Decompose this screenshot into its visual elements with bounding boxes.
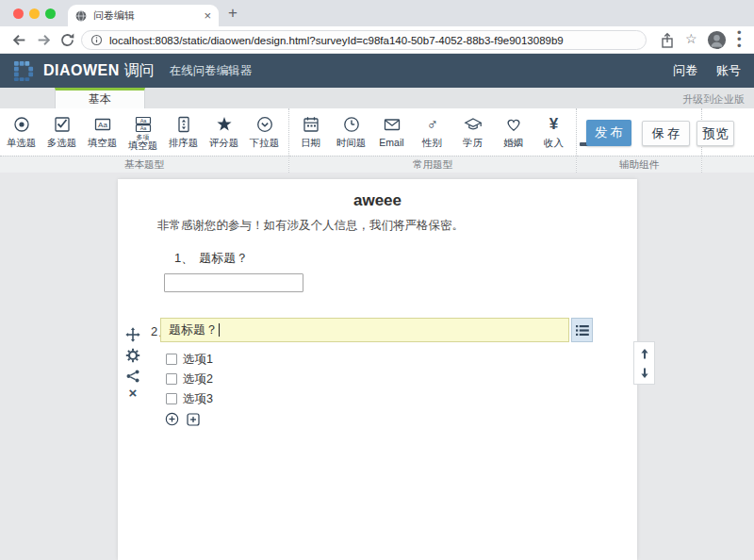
editor-main-area: aweee 非常感谢您的参与！如有涉及个人信息，我们将严格保密。 1、题标题？ (0, 173, 754, 560)
sort-icon (174, 115, 193, 134)
question-settings-gear-icon[interactable] (125, 348, 140, 363)
delete-question-icon[interactable]: × (125, 387, 140, 402)
star-icon (215, 115, 234, 134)
move-question-icon[interactable] (125, 327, 140, 342)
tool-dropdown-question[interactable]: 下拉题 (244, 110, 285, 154)
option-checkbox[interactable] (166, 354, 177, 365)
question2-title-editor[interactable]: 题标题？ (160, 318, 569, 342)
svg-text:Aa: Aa (139, 118, 147, 124)
question-type-toolbar: 单选题 多选题 Aa 填空题 (0, 108, 754, 173)
forward-icon[interactable] (36, 32, 52, 48)
editor-tab-strip: 基本 升级到企业版 (0, 88, 754, 108)
dropdown-icon (255, 115, 274, 134)
browser-tab-strip: 问卷编辑 × + (0, 0, 754, 26)
option-checkbox[interactable] (166, 393, 177, 404)
option-label[interactable]: 选项2 (183, 371, 213, 387)
question1-title-row[interactable]: 1、题标题？ (174, 250, 248, 267)
option-label[interactable]: 选项3 (183, 391, 213, 407)
close-window-button[interactable] (13, 8, 24, 19)
nav-account-link[interactable]: 账号 (716, 62, 741, 79)
tab-title: 问卷编辑 (93, 8, 204, 23)
envelope-icon (383, 115, 402, 134)
list-icon (576, 324, 589, 337)
app-subtitle: 在线问卷编辑器 (170, 63, 253, 79)
url-bar[interactable]: localhost:8083/static/diaowen/design.htm… (81, 30, 647, 50)
profile-avatar[interactable] (707, 30, 727, 50)
new-tab-button[interactable]: + (228, 4, 238, 23)
svg-text:Aa: Aa (139, 125, 147, 131)
tool-education-question[interactable]: 学历 (452, 110, 493, 154)
question1-title: 题标题？ (199, 251, 248, 265)
fill-blank-icon: Aa (93, 115, 112, 134)
tool-email-question[interactable]: Email (371, 110, 412, 154)
publish-button[interactable]: 发布 (586, 120, 631, 146)
brand-name: DIAOWEN (43, 62, 120, 79)
tool-checkbox-question[interactable]: 多选题 (41, 110, 82, 154)
upgrade-enterprise-link[interactable]: 升级到企业版 (682, 92, 745, 107)
move-question-down-button[interactable] (639, 366, 650, 379)
question1-number: 1、 (174, 251, 193, 265)
question2-option-row: 选项1 (166, 353, 213, 366)
question2-option-row: 选项3 (166, 392, 213, 405)
tool-date-question[interactable]: 日期 (290, 110, 331, 154)
brand-name-cn: 调问 (124, 61, 155, 81)
browser-window: 问卷编辑 × + localhost:8083/static/diaowen/d… (0, 0, 754, 560)
section-label-common: 常用题型 (289, 156, 576, 173)
question2-title: 题标题？ (169, 321, 218, 338)
share-icon[interactable] (660, 32, 675, 49)
tool-time-question[interactable]: 时间题 (331, 110, 371, 154)
graduation-cap-icon (464, 115, 483, 134)
arrow-down-icon (639, 367, 650, 379)
option-checkbox[interactable] (166, 373, 177, 385)
svg-text:Aa: Aa (98, 121, 107, 129)
tool-radio-question[interactable]: 单选题 (1, 110, 41, 154)
question-reorder-panel (633, 341, 655, 385)
globe-favicon-icon (75, 10, 87, 22)
question2-options-menu-button[interactable] (571, 318, 593, 342)
survey-title[interactable]: aweee (118, 191, 637, 210)
tool-marriage-question[interactable]: 婚姻 (493, 110, 533, 154)
survey-canvas: aweee 非常感谢您的参与！如有涉及个人信息，我们将严格保密。 1、题标题？ (118, 179, 637, 560)
section-label-basic: 基本题型 (0, 156, 288, 173)
preview-button[interactable]: 预览 (697, 121, 734, 146)
option-label[interactable]: 选项1 (183, 352, 213, 368)
checkbox-icon (53, 115, 72, 134)
reload-icon[interactable] (59, 32, 75, 48)
bookmark-star-icon[interactable]: ☆ (685, 31, 697, 46)
save-button[interactable]: 保存 (642, 121, 690, 146)
batch-add-option-button[interactable] (187, 413, 200, 426)
tab-basic[interactable]: 基本 (55, 88, 145, 108)
diaowen-logo (13, 60, 35, 82)
yuan-icon: ¥ (549, 115, 558, 134)
text-caret (219, 323, 220, 337)
tool-multi-fill-blank-question[interactable]: Aa Aa 多项 填空题 (123, 110, 163, 154)
browser-navbar: localhost:8083/static/diaowen/design.htm… (0, 26, 754, 54)
info-icon[interactable] (90, 34, 103, 46)
back-icon[interactable] (11, 32, 27, 48)
tool-income-question[interactable]: ¥ 收入 (533, 110, 574, 154)
question-logic-share-icon[interactable] (125, 369, 140, 384)
browser-menu-icon[interactable]: ••• (737, 29, 741, 49)
tool-gender-question[interactable]: ♂ 性别 (412, 110, 452, 154)
tab-close-icon[interactable]: × (204, 9, 211, 22)
clock-icon (342, 115, 361, 134)
arrow-up-icon (639, 348, 650, 360)
app-header: DIAOWEN 调问 在线问卷编辑器 问卷 账号 (0, 54, 754, 88)
tool-sort-question[interactable]: 排序题 (163, 110, 204, 154)
browser-tab[interactable]: 问卷编辑 × (68, 5, 219, 26)
radio-icon (12, 115, 31, 134)
survey-description[interactable]: 非常感谢您的参与！如有涉及个人信息，我们将严格保密。 (157, 218, 464, 234)
section-label-aux: 辅助组件 (577, 156, 701, 173)
heart-icon (504, 115, 523, 134)
nav-survey-link[interactable]: 问卷 (673, 62, 697, 79)
zoom-window-button[interactable] (45, 8, 56, 19)
move-question-up-button[interactable] (639, 347, 650, 360)
male-icon: ♂ (426, 115, 438, 134)
toolbar-group-common: 日期 时间题 Email (289, 108, 577, 173)
tool-fill-blank-question[interactable]: Aa 填空题 (82, 110, 123, 154)
toolbar-group-basic: 单选题 多选题 Aa 填空题 (0, 108, 289, 173)
minimize-window-button[interactable] (29, 8, 40, 19)
tool-score-question[interactable]: 评分题 (204, 110, 244, 154)
add-option-button[interactable] (165, 412, 179, 426)
question1-answer-input[interactable] (164, 273, 303, 292)
